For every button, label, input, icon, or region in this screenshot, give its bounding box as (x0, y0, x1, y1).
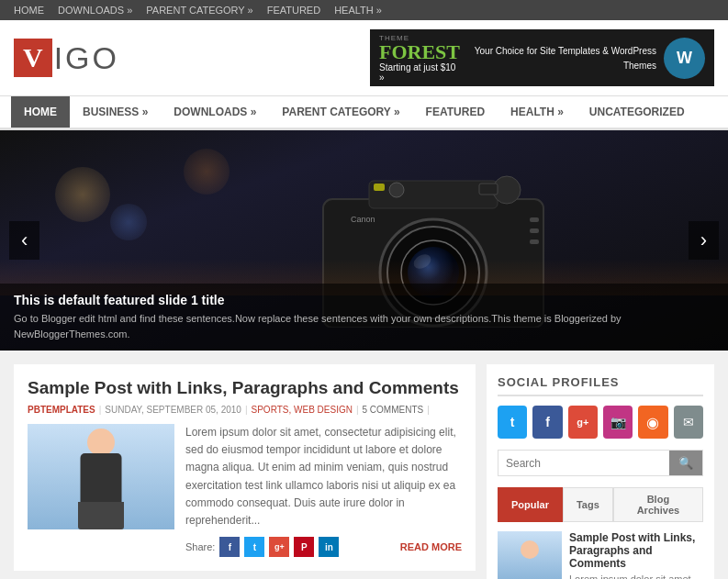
mainnav-parent-category[interactable]: PARENT CATEGORY » (269, 96, 412, 128)
svg-rect-12 (530, 228, 539, 233)
mainnav-business[interactable]: BUSINESS » (70, 96, 161, 128)
svg-rect-10 (479, 184, 498, 195)
popular-post-excerpt: Lorem ipsum dolor sit amet, consectetur … (569, 573, 703, 579)
logo-v: V (14, 39, 52, 77)
sidebar-tabs-row: Popular Tags Blog Archives (498, 487, 703, 522)
post-1-text-area: Lorem ipsum dolor sit amet, consectetur … (185, 424, 462, 557)
slider-next-button[interactable]: › (689, 221, 719, 260)
post-1-body: Lorem ipsum dolor sit amet, consectetur … (28, 424, 462, 557)
social-googleplus-icon[interactable]: g+ (568, 406, 598, 439)
ad-banner[interactable]: THEME FOREST Starting at just $10 » Your… (370, 29, 714, 86)
mainnav-health[interactable]: HEALTH » (498, 96, 577, 128)
slider-caption: This is default featured slide 1 title G… (0, 284, 728, 351)
search-input[interactable] (498, 451, 669, 475)
logo[interactable]: V IGO (14, 39, 119, 77)
post-1-cats[interactable]: SPORTS, WEB DESIGN (252, 405, 353, 415)
social-facebook-icon[interactable]: f (532, 406, 562, 439)
svg-point-7 (389, 183, 404, 197)
popular-post-info: Sample Post with Links, Paragraphs and C… (569, 531, 703, 579)
search-bar: 🔍 (498, 450, 703, 476)
ad-tagline: Your Choice for Site Templates & WordPre… (475, 46, 656, 71)
post-1: Sample Post with Links, Paragraphs and C… (14, 364, 476, 571)
read-more-link[interactable]: READ MORE (400, 541, 462, 552)
post-1-comments[interactable]: 5 COMMENTS (363, 405, 424, 415)
mainnav-home[interactable]: HOME (11, 96, 70, 128)
share-linkedin-button[interactable]: in (319, 537, 339, 557)
popular-post-title: Sample Post with Links, Paragraphs and C… (569, 531, 703, 570)
search-button[interactable]: 🔍 (669, 451, 702, 475)
social-email-icon[interactable]: ✉ (674, 406, 703, 439)
main-content: Sample Post with Links, Paragraphs and C… (14, 364, 476, 579)
tab-popular[interactable]: Popular (498, 487, 563, 522)
popular-post-thumbnail (498, 531, 562, 579)
topnav-downloads[interactable]: DOWNLOADS » (58, 5, 132, 16)
share-facebook-button[interactable]: f (219, 537, 240, 557)
main-nav: HOME BUSINESS » DOWNLOADS » PARENT CATEG… (0, 96, 728, 130)
slider-title: This is default featured slide 1 title (14, 293, 714, 307)
ad-content: THEME FOREST Starting at just $10 » (379, 34, 460, 83)
svg-rect-13 (530, 239, 539, 244)
svg-text:Canon: Canon (351, 215, 375, 224)
post-1-excerpt: Lorem ipsum dolor sit amet, consectetur … (185, 424, 462, 529)
social-profiles-title: SOCIAL PROFILES (498, 375, 703, 396)
topnav-featured[interactable]: FEATURED (267, 5, 320, 16)
popular-post: Sample Post with Links, Paragraphs and C… (498, 531, 703, 579)
wordpress-icon: W (664, 38, 705, 79)
social-icons-row: t f g+ 📷 ◉ ✉ (498, 406, 703, 439)
post-1-thumbnail (28, 424, 174, 529)
topnav-health[interactable]: HEALTH » (334, 5, 382, 16)
share-label: Share: (185, 541, 215, 552)
share-googleplus-button[interactable]: g+ (269, 537, 289, 557)
site-header: V IGO THEME FOREST Starting at just $10 … (0, 20, 728, 96)
topnav-home[interactable]: HOME (14, 5, 44, 16)
mainnav-downloads[interactable]: DOWNLOADS » (161, 96, 269, 128)
post-1-date: SUNDAY, SEPTEMBER 05, 2010 (105, 405, 241, 415)
content-area: Sample Post with Links, Paragraphs and C… (0, 351, 728, 579)
mainnav-uncategorized[interactable]: UNCATEGORIZED (577, 96, 698, 128)
slider: Canon ‹ › This is default featured slide… (0, 130, 728, 351)
social-rss-icon[interactable]: ◉ (638, 406, 667, 439)
slider-prev-button[interactable]: ‹ (9, 221, 39, 260)
post-1-title: Sample Post with Links, Paragraphs and C… (28, 378, 462, 398)
social-twitter-icon[interactable]: t (498, 406, 527, 439)
tab-blog-archives[interactable]: Blog Archives (613, 487, 703, 522)
top-nav: HOME DOWNLOADS » PARENT CATEGORY » FEATU… (0, 0, 728, 20)
tab-tags[interactable]: Tags (563, 487, 613, 522)
post-1-author[interactable]: PBTEMPLATES (28, 405, 95, 415)
svg-rect-11 (530, 217, 539, 222)
mainnav-featured[interactable]: FEATURED (413, 96, 498, 128)
social-instagram-icon[interactable]: 📷 (603, 406, 633, 439)
social-profiles-section: SOCIAL PROFILES t f g+ 📷 ◉ ✉ 🔍 Popular T… (487, 364, 714, 579)
post-1-meta: PBTEMPLATES | SUNDAY, SEPTEMBER 05, 2010… (28, 405, 462, 415)
logo-text: IGO (54, 40, 119, 76)
svg-rect-9 (374, 184, 385, 191)
sidebar: SOCIAL PROFILES t f g+ 📷 ◉ ✉ 🔍 Popular T… (487, 364, 714, 579)
topnav-parent-category[interactable]: PARENT CATEGORY » (146, 5, 252, 16)
slider-description: Go to Blogger edit html and find these s… (14, 311, 714, 341)
share-pinterest-button[interactable]: P (294, 537, 314, 557)
share-twitter-button[interactable]: t (244, 537, 264, 557)
svg-rect-1 (369, 181, 498, 208)
